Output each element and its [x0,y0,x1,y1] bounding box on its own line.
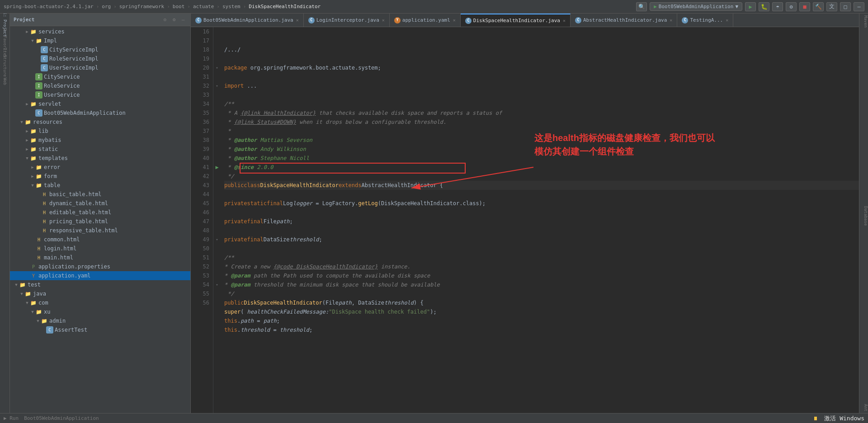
tree-arrow[interactable]: ▶ [24,146,30,152]
folder-icon: 📁 [30,28,37,35]
tree-item[interactable]: Heditable_table.html [10,208,190,217]
tree-item[interactable]: IRoleService [10,81,190,90]
panel-icon-scope[interactable]: ⊙ [161,16,169,24]
line-number: 46 [194,208,209,217]
tree-arrow[interactable]: ▼ [24,300,30,306]
code-line: private static final Log logger = LogFac… [224,199,859,208]
tree-item[interactable]: CUserServiceImpl [10,63,190,72]
tree-item[interactable]: ▼📁admin [10,316,190,325]
tree-item[interactable]: ▶📁lib [10,127,190,136]
folder-icon: 📁 [41,317,48,324]
sidebar-item-web[interactable]: Web [0,72,9,90]
fold-icon[interactable]: ▾ [216,282,218,287]
settings-button[interactable]: ⚙ [786,2,797,11]
run-gutter-icon[interactable]: ▶ [215,164,218,170]
tree-item[interactable]: ▼📁table [10,181,190,190]
tree-arrow[interactable]: ▶ [24,101,30,107]
tree-item[interactable]: Hbasic_table.html [10,190,190,199]
tree-item[interactable]: ▼📁resources [10,118,190,127]
breadcrumb-actuate[interactable]: actuate [193,4,214,9]
tab-tab2[interactable]: CLoginInterceptor.java✕ [304,14,390,27]
tree-item[interactable]: ▶📁servlet [10,99,190,108]
tree-arrow[interactable]: ▼ [30,309,35,315]
run-button[interactable]: ▶ [745,2,756,11]
tree-arrow[interactable]: ▶ [24,29,30,34]
java-interface-icon: I [35,91,42,99]
editor-scroll-container: 1617181920313233343536373839404142434445… [191,27,859,413]
tab-tab1[interactable]: CBoot05WebAdminApplication.java✕ [191,14,304,27]
tree-arrow[interactable]: ▼ [30,38,35,43]
tree-item[interactable]: Hmain.html [10,253,190,262]
tree-arrow[interactable]: ▶ [24,128,30,134]
breadcrumb-system[interactable]: system [222,4,241,9]
fold-icon[interactable]: ▾ [216,66,218,70]
build-button[interactable]: 🔨 [813,2,824,11]
panel-header-icons: ⊙ ⚙ — [161,16,187,24]
fold-icon[interactable]: ▾ [216,237,218,242]
tree-item[interactable]: ▶📁mybatis [10,136,190,145]
stop-button[interactable]: ■ [799,2,810,11]
tree-item[interactable]: ▼📁xu [10,307,190,316]
tree-arrow[interactable]: ▶ [24,137,30,143]
tree-arrow[interactable]: ▼ [24,155,30,161]
tree-item[interactable]: ▶📁error [10,163,190,172]
tree-item[interactable]: ▼📁test [10,280,190,289]
activate-windows[interactable]: 激活 Windows [824,414,864,423]
tree-item[interactable]: Papplication.properties [10,262,190,271]
tree-item[interactable]: ICityService [10,72,190,81]
breadcrumb-springframework[interactable]: springframework [119,4,164,9]
debug-button[interactable]: 🐛 [759,2,769,11]
panel-icon-settings[interactable]: ⚙ [170,16,178,24]
tab-tab3[interactable]: Yapplication.yaml✕ [390,14,461,27]
code-line: * @param path the Path used to compute t… [224,271,859,280]
breadcrumb-org[interactable]: org [102,4,111,9]
code-content[interactable]: /.../package org.springframework.boot.ac… [221,27,859,413]
tree-arrow[interactable]: ▶ [30,164,35,170]
tree-item[interactable]: CCityServiceImpl [10,45,190,54]
line-number: 56 [194,298,209,307]
tree-arrow[interactable]: ▼ [14,282,19,287]
tree-item[interactable]: Yapplication.yaml [10,271,190,280]
maximize-button[interactable]: □ [840,2,851,11]
tree-item[interactable]: Hresponsive_table.html [10,226,190,235]
java-class-icon: C [41,64,48,71]
tab-tab5[interactable]: CAbstractHealthIndicator.java✕ [571,14,677,27]
tree-item[interactable]: ▼📁templates [10,154,190,163]
right-panel-ant[interactable]: Ant [860,402,868,413]
tree-item[interactable]: CAssertTest [10,325,190,334]
tab-tab6[interactable]: CTestingA...✕ [677,14,733,27]
tree-item[interactable]: Hlogin.html [10,244,190,253]
code-line: /** [224,253,859,262]
breadcrumb-jar[interactable]: spring-boot-actuator-2.4.1.jar [4,4,94,9]
tree-arrow[interactable]: ▼ [35,318,41,324]
right-panel-database[interactable]: Database [860,204,868,227]
panel-icon-close[interactable]: — [179,16,187,24]
tree-item[interactable]: CBoot05WebAdminApplication [10,108,190,118]
tree-item[interactable]: ▶📁form [10,172,190,181]
tree-item[interactable]: ▼📁com [10,298,190,307]
tree-arrow[interactable]: ▼ [19,291,24,296]
sidebar-item-structure[interactable]: 7: Structure [0,53,9,71]
tree-item[interactable]: ▶📁services [10,27,190,36]
translate-button[interactable]: 文 [826,2,837,11]
coverage-button[interactable]: ☂ [772,2,783,11]
tree-item[interactable]: ▶📁static [10,145,190,154]
breadcrumb-boot[interactable]: boot [173,4,185,9]
right-panel-maven[interactable]: Maven [860,14,868,29]
tree-item[interactable]: Hdynamic_table.html [10,199,190,208]
minimize-button[interactable]: — [854,2,864,11]
tree-arrow[interactable]: ▼ [30,183,35,188]
tree-arrow[interactable]: ▼ [19,119,24,125]
search-button[interactable]: 🔍 [636,2,647,11]
tree-label: RoleService [44,83,80,89]
tree-item[interactable]: Hpricing_table.html [10,217,190,226]
tree-item[interactable]: ▼📁Impl [10,36,190,45]
tree-item[interactable]: CRoleServiceImpl [10,54,190,63]
tab-tab4[interactable]: CDiskSpaceHealthIndicator.java✕ [461,14,571,27]
tree-item[interactable]: ▼📁java [10,289,190,298]
tree-arrow[interactable]: ▶ [30,174,35,179]
fold-icon[interactable]: ▾ [216,84,218,88]
tree-item[interactable]: IUserService [10,90,190,99]
tree-item[interactable]: Hcommon.html [10,235,190,244]
run-config-selector[interactable]: ▶ Boot05WebAdminApplication ▼ [650,2,742,11]
